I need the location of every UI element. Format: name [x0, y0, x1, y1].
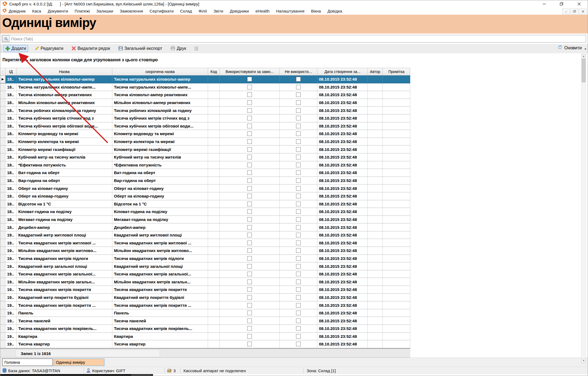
- checkbox-not-used[interactable]: [296, 202, 301, 206]
- table-row[interactable]: 18..Децибел-амперДецибел-ампер08.10.2015…: [0, 223, 410, 231]
- table-row[interactable]: 18..Вар-година на обертВар-година на обе…: [0, 177, 410, 185]
- checkbox-not-used[interactable]: [296, 92, 301, 97]
- tab-home[interactable]: Головна: [2, 359, 53, 366]
- table-row[interactable]: 18..Ват-година на обертВат-година на обе…: [0, 169, 410, 177]
- table-row[interactable]: 19..Квадратний метр житлової площіКвадра…: [0, 231, 410, 239]
- mdi-close-button[interactable]: ✕: [579, 8, 587, 14]
- checkbox-not-used[interactable]: [296, 163, 301, 167]
- checkbox-default-use[interactable]: [247, 272, 252, 276]
- toolbar-column-chooser-icon[interactable]: [192, 45, 200, 52]
- checkbox-not-used[interactable]: [296, 319, 301, 323]
- table-row[interactable]: 19..Тисяча панелейТисяча панелей08.10.20…: [0, 317, 410, 325]
- checkbox-default-use[interactable]: [247, 256, 252, 261]
- checkbox-default-use[interactable]: [247, 342, 252, 346]
- table-row[interactable]: 18..Оберт на кіловар-годинуОберт на кіло…: [0, 192, 410, 200]
- table-row[interactable]: 18..Тисяча кубічних метрів обігової води…: [0, 122, 410, 130]
- table-row[interactable]: 19..Квадратний метр загальної площіКвадр…: [0, 262, 410, 270]
- menu-item-залишки[interactable]: Залишки: [97, 9, 113, 13]
- tab-units[interactable]: Одиниці виміру: [54, 359, 104, 366]
- checkbox-not-used[interactable]: [296, 295, 301, 300]
- mdi-restore-button[interactable]: [571, 8, 578, 14]
- checkbox-not-used[interactable]: [296, 225, 301, 230]
- checkbox-not-used[interactable]: [296, 280, 301, 284]
- checkbox-not-used[interactable]: [296, 217, 301, 222]
- checkbox-not-used[interactable]: [296, 256, 301, 261]
- checkbox-not-used[interactable]: [296, 241, 301, 245]
- checkbox-not-used[interactable]: [296, 326, 301, 331]
- menu-item-документи[interactable]: Документи: [48, 9, 68, 13]
- checkbox-not-used[interactable]: [296, 139, 301, 144]
- checkbox-not-used[interactable]: [296, 248, 301, 253]
- column-header-1[interactable]: ІД: [5, 68, 17, 75]
- checkbox-not-used[interactable]: [296, 155, 301, 159]
- table-row[interactable]: 18..Тисяча натуральних кіловольт-ампе...…: [0, 83, 410, 91]
- table-row[interactable]: 18..*Ефективна потужність*Ефективна поту…: [0, 161, 410, 169]
- checkbox-not-used[interactable]: [296, 186, 301, 191]
- menu-item-каса[interactable]: Каса: [32, 9, 41, 13]
- checkbox-not-used[interactable]: [296, 124, 301, 128]
- column-header-2[interactable]: Назва: [17, 68, 112, 75]
- checkbox-default-use[interactable]: [247, 116, 252, 120]
- checkbox-default-use[interactable]: [247, 170, 252, 175]
- table-row[interactable]: 18..Мільйон кіловольт-ампер реактивнихМі…: [0, 99, 410, 107]
- checkbox-not-used[interactable]: [296, 108, 301, 113]
- table-row[interactable]: 18..Кілометр колектора та мережіКілометр…: [0, 138, 410, 146]
- table-row[interactable]: 19..Мільйон квадратних метрів загальн...…: [0, 278, 410, 286]
- checkbox-not-used[interactable]: [296, 233, 301, 237]
- checkbox-default-use[interactable]: [247, 241, 252, 245]
- menu-item-замовлення[interactable]: Замовлення: [120, 9, 143, 13]
- table-row[interactable]: 19..КвартираКвартира08.10.2015 23:52:48: [0, 333, 410, 341]
- checkbox-default-use[interactable]: [247, 178, 252, 183]
- checkbox-not-used[interactable]: [296, 131, 301, 136]
- scroll-down-button[interactable]: ▼: [581, 358, 586, 363]
- checkbox-default-use[interactable]: [247, 303, 252, 308]
- scroll-up-button[interactable]: ▲: [581, 54, 586, 59]
- column-header-6[interactable]: Не використо...: [280, 68, 317, 75]
- checkbox-default-use[interactable]: [247, 194, 252, 198]
- table-row[interactable]: 19..Тисяча квадратних метрів покриття ..…: [0, 301, 410, 309]
- menu-item-звіти[interactable]: Звіти: [213, 9, 223, 13]
- checkbox-default-use[interactable]: [247, 319, 252, 323]
- checkbox-default-use[interactable]: [247, 225, 252, 230]
- checkbox-not-used[interactable]: [296, 116, 301, 120]
- table-row[interactable]: 18..Тисяча робочих кілокалорій за годину…: [0, 107, 410, 114]
- toolbar-button-друк[interactable]: Друк: [168, 45, 188, 52]
- checkbox-default-use[interactable]: [247, 77, 252, 81]
- toolbar-button-додати[interactable]: Додати: [3, 45, 28, 52]
- minimize-button[interactable]: [535, 0, 553, 8]
- checkbox-not-used[interactable]: [296, 342, 301, 346]
- row-selector-header[interactable]: ⁞: [0, 68, 5, 75]
- table-row[interactable]: 19..Тисяча квадратних метрів загальної..…: [0, 270, 410, 278]
- checkbox-not-used[interactable]: [296, 170, 301, 175]
- checkbox-default-use[interactable]: [247, 264, 252, 269]
- checkbox-default-use[interactable]: [247, 326, 252, 331]
- checkbox-default-use[interactable]: [247, 92, 252, 97]
- checkbox-default-use[interactable]: [247, 163, 252, 167]
- table-row[interactable]: 18..Тисяча кубічних метрів стічних вод з…: [0, 114, 410, 122]
- checkbox-default-use[interactable]: [247, 334, 252, 339]
- checkbox-not-used[interactable]: [296, 287, 301, 292]
- checkbox-default-use[interactable]: [247, 186, 252, 191]
- column-header-4[interactable]: Код: [208, 68, 220, 75]
- checkbox-not-used[interactable]: [296, 272, 301, 276]
- checkbox-default-use[interactable]: [247, 202, 252, 206]
- table-row[interactable]: 18..Кілометр мережі газифікаціїКілометр …: [0, 145, 410, 153]
- checkbox-default-use[interactable]: [247, 248, 252, 253]
- table-row[interactable]: 19..Тисяча квадратних метрів підлогиТися…: [0, 255, 410, 263]
- checkbox-not-used[interactable]: [296, 194, 301, 198]
- checkbox-not-used[interactable]: [296, 209, 301, 214]
- toolbar-button-видалити-рядок[interactable]: Видалити рядок: [70, 45, 112, 52]
- table-row[interactable]: 19..Тисяча квадратних метрів покрівель..…: [0, 325, 410, 333]
- table-row[interactable]: 18..Кілометр водоводу та мережіКілометр …: [0, 130, 410, 138]
- table-row[interactable]: 19..Тисяча квадратних метрів покриттяТис…: [0, 286, 410, 294]
- menu-item-сертифікати[interactable]: Сертифікати: [150, 9, 174, 13]
- table-row[interactable]: 18..Кіловат-година на поділкуКіловат-год…: [0, 208, 410, 216]
- menu-item-довідник[interactable]: Довідник: [9, 9, 26, 13]
- checkbox-default-use[interactable]: [247, 147, 252, 152]
- table-row[interactable]: 19..Тисяча квадратних метрів житлової ..…: [0, 239, 410, 247]
- checkbox-default-use[interactable]: [247, 295, 252, 300]
- checkbox-not-used[interactable]: [296, 264, 301, 269]
- column-header-3[interactable]: скорочена назва: [112, 68, 208, 75]
- checkbox-not-used[interactable]: [296, 334, 301, 339]
- menu-item-довідники[interactable]: Довідники: [230, 9, 249, 13]
